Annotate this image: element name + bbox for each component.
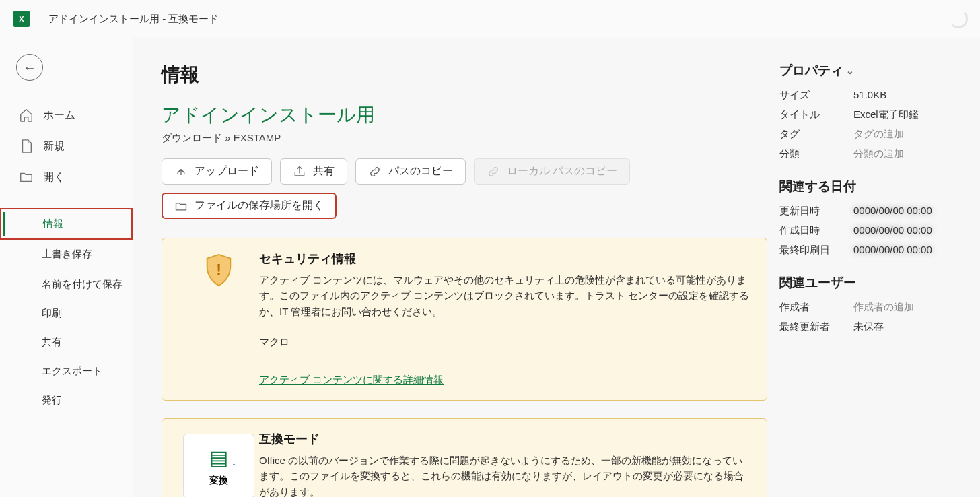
sidebar-item-home[interactable]: ホーム	[0, 100, 133, 131]
home-icon	[19, 108, 34, 123]
sidebar-item-label: 共有	[42, 336, 62, 349]
prop-row-size: サイズ51.0KB	[779, 89, 952, 102]
sidebar-item-label: 新規	[43, 139, 65, 154]
convert-label: 変換	[209, 475, 228, 487]
page-title: 情報	[162, 62, 767, 88]
sidebar-item-new[interactable]: 新規	[0, 131, 133, 162]
security-card-link[interactable]: アクティブ コンテンツに関する詳細情報	[259, 374, 444, 385]
sidebar-item-label: 名前を付けて保存	[42, 277, 123, 291]
related-dates-heading: 関連する日付	[779, 178, 952, 195]
security-card-sub: マクロ	[259, 334, 750, 350]
excel-app-icon: X	[13, 11, 30, 27]
sidebar-item-label: 発行	[42, 394, 62, 407]
button-label: ローカル パスのコピー	[507, 164, 617, 178]
security-info-card: ! セキュリティ情報 アクティブ コンテンツには、マルウェアやその他のセキュリテ…	[162, 238, 767, 401]
convert-button[interactable]: ▤ 変換	[183, 434, 254, 497]
sidebar-item-label: 情報	[43, 218, 63, 230]
sidebar-item-export[interactable]: エクスポート	[0, 357, 133, 386]
excel-file-icon: ▤	[209, 446, 228, 469]
upload-button[interactable]: アップロード	[162, 158, 272, 185]
titlebar: X アドインインストール用 - 互換モード	[0, 0, 980, 38]
share-button[interactable]: 共有	[280, 158, 347, 185]
sync-status-icon	[949, 9, 968, 28]
sidebar-item-info[interactable]: 情報	[0, 208, 133, 240]
back-button[interactable]: ←	[16, 54, 43, 81]
button-label: パスのコピー	[388, 164, 453, 178]
sidebar-item-label: 印刷	[42, 307, 62, 320]
security-card-title: セキュリティ情報	[259, 251, 750, 267]
prop-row-last-printed: 最終印刷日0000/00/00 00:00	[779, 244, 952, 257]
prop-row-title: タイトルExcel電子印鑑	[779, 108, 952, 121]
compat-card-body: Office の以前のバージョンで作業する際に問題が起きないようにするため、一部…	[259, 453, 750, 497]
prop-row-author: 作成者作成者の追加	[779, 301, 952, 314]
sidebar-item-share[interactable]: 共有	[0, 328, 133, 357]
upload-icon	[174, 165, 188, 178]
link-icon	[487, 165, 500, 178]
security-card-body: アクティブ コンテンツには、マルウェアやその他のセキュリティ上の危険性が含まれて…	[259, 272, 750, 319]
sidebar-item-label: エクスポート	[42, 365, 102, 378]
button-label: ファイルの保存場所を開く	[195, 199, 324, 213]
properties-panel: プロパティ⌄ サイズ51.0KB タイトルExcel電子印鑑 タグタグの追加 分…	[767, 62, 952, 497]
svg-text:!: !	[216, 261, 221, 279]
share-icon	[293, 165, 306, 178]
chevron-down-icon: ⌄	[846, 65, 854, 76]
compatibility-mode-card: ▤ 変換 互換モード Office の以前のバージョンで作業する際に問題が起きな…	[162, 418, 767, 497]
button-label: アップロード	[195, 164, 259, 178]
sidebar-item-print[interactable]: 印刷	[0, 299, 133, 328]
prop-row-category: 分類分類の追加	[779, 147, 952, 160]
sidebar-item-label: 開く	[43, 170, 65, 185]
sidebar-item-save[interactable]: 上書き保存	[0, 240, 133, 269]
prop-row-created: 作成日時0000/00/00 00:00	[779, 224, 952, 237]
backstage-sidebar: ← ホーム 新規 開く 情報 上書き保存 名前を付けて保存	[0, 38, 133, 497]
related-users-heading: 関連ユーザー	[779, 274, 952, 292]
shield-warning-icon: !	[178, 251, 259, 387]
properties-heading[interactable]: プロパティ⌄	[779, 62, 952, 79]
action-button-row: アップロード 共有 パスのコピー ローカル パスのコピー ファイルの保存場所を開…	[162, 158, 767, 219]
open-folder-icon	[19, 170, 34, 185]
prop-row-last-modified-by: 最終更新者未保存	[779, 321, 952, 333]
window-title: アドインインストール用 - 互換モード	[48, 13, 219, 26]
folder-open-icon	[174, 199, 188, 213]
prop-row-tags: タグタグの追加	[779, 128, 952, 141]
document-title: アドインインストール用	[162, 102, 767, 128]
open-file-location-button[interactable]: ファイルの保存場所を開く	[162, 193, 337, 219]
copy-local-path-button: ローカル パスのコピー	[474, 158, 630, 185]
prop-row-modified: 更新日時0000/00/00 00:00	[779, 205, 952, 218]
compat-card-title: 互換モード	[259, 431, 750, 447]
button-label: 共有	[313, 164, 335, 178]
sidebar-item-save-as[interactable]: 名前を付けて保存	[0, 269, 133, 299]
sidebar-item-label: 上書き保存	[42, 248, 92, 261]
breadcrumb: ダウンロード » EXSTAMP	[162, 132, 767, 145]
link-icon	[368, 165, 382, 178]
new-doc-icon	[19, 139, 34, 154]
sidebar-item-publish[interactable]: 発行	[0, 386, 133, 415]
copy-path-button[interactable]: パスのコピー	[355, 158, 466, 185]
sidebar-separator	[18, 201, 118, 201]
sidebar-item-label: ホーム	[43, 108, 75, 123]
sidebar-item-open[interactable]: 開く	[0, 162, 133, 193]
